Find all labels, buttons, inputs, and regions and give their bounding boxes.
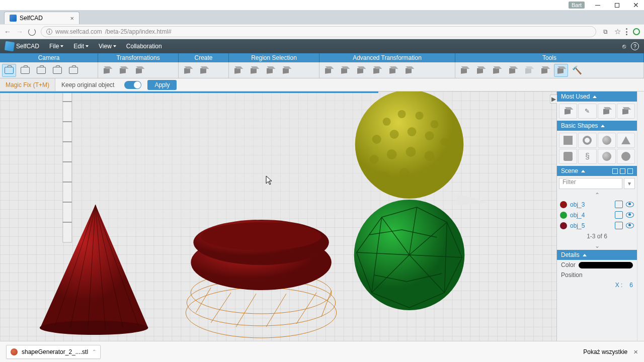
- close-tab-button[interactable]: ×: [70, 15, 74, 22]
- tool-subtract-icon[interactable]: [473, 64, 488, 77]
- array-icon[interactable]: [338, 64, 352, 77]
- menu-file[interactable]: File: [44, 39, 68, 53]
- object-select-icon[interactable]: [615, 201, 623, 208]
- camera-screenshot-icon[interactable]: [66, 64, 80, 77]
- 3d-viewport[interactable]: [0, 92, 556, 341]
- skew-icon[interactable]: [386, 64, 400, 77]
- apply-button[interactable]: Apply: [147, 80, 177, 90]
- shape-capsule-icon[interactable]: [617, 149, 635, 164]
- scene-scroll-down[interactable]: ⌄: [557, 242, 637, 250]
- forward-button[interactable]: →: [16, 28, 23, 36]
- download-chip[interactable]: shapeGenerator_2_....stl ⌃: [6, 345, 101, 359]
- scene-object-row[interactable]: obj_5: [557, 220, 637, 231]
- tool-combine-icon[interactable]: [457, 64, 471, 77]
- mostused-group-icon[interactable]: [617, 104, 635, 119]
- shape-ball-icon[interactable]: [598, 149, 616, 164]
- mostused-cube-icon[interactable]: [559, 104, 577, 119]
- logout-icon[interactable]: ⎋: [617, 39, 631, 53]
- collapse-panel-button[interactable]: ▶: [550, 95, 557, 104]
- panel-header-details[interactable]: Details: [557, 250, 637, 260]
- maximize-button[interactable]: [611, 0, 623, 10]
- scene-view-grid-icon[interactable]: [620, 168, 625, 174]
- object-visibility-icon[interactable]: [626, 202, 634, 207]
- mirror-icon[interactable]: [354, 64, 368, 77]
- region-vertex-icon[interactable]: [263, 64, 277, 77]
- close-window-button[interactable]: ✕: [630, 0, 642, 10]
- user-badge: Bart: [569, 2, 585, 9]
- bookmark-icon[interactable]: ☆: [614, 27, 621, 36]
- panel-header-scene[interactable]: Scene: [557, 166, 637, 176]
- rotate-icon[interactable]: [116, 64, 130, 77]
- camera-capture-icon[interactable]: [50, 64, 64, 77]
- reload-button[interactable]: [28, 28, 36, 36]
- panel-header-basicshapes[interactable]: Basic Shapes: [557, 121, 637, 131]
- shape-cylinder-icon[interactable]: [559, 149, 577, 164]
- scene-view-list-icon[interactable]: [612, 168, 618, 174]
- region-loop-icon[interactable]: [279, 64, 293, 77]
- object-select-icon[interactable]: [615, 211, 623, 219]
- scene-pager: 1-3 of 6: [557, 231, 637, 242]
- translate-icon[interactable]: ⧉: [601, 28, 609, 36]
- svg-marker-2: [0, 92, 70, 293]
- scale-icon[interactable]: [132, 64, 146, 77]
- scene-object-row[interactable]: obj_3: [557, 199, 637, 210]
- object-visibility-icon[interactable]: [626, 212, 634, 218]
- tool-intersect-icon[interactable]: [490, 64, 504, 77]
- help-icon[interactable]: ?: [631, 42, 639, 50]
- flatten-icon[interactable]: [321, 64, 336, 77]
- shape-sphere-icon[interactable]: [598, 133, 616, 148]
- position-x-value[interactable]: 6: [629, 282, 633, 289]
- tool-boolean-icon[interactable]: [506, 64, 520, 77]
- scene-object-row[interactable]: obj_4: [557, 210, 637, 220]
- address-bar[interactable]: i www.selfcad.com/beta-25/app/index.html…: [41, 26, 596, 37]
- minimize-button[interactable]: [592, 0, 604, 10]
- tool-fillet-icon[interactable]: [522, 64, 536, 77]
- close-download-bar[interactable]: ×: [633, 347, 638, 356]
- tool-hammer-icon[interactable]: 🔨: [570, 64, 584, 77]
- move-icon[interactable]: [100, 64, 114, 77]
- shape-cube-icon[interactable]: [559, 133, 577, 148]
- menu-view[interactable]: View: [94, 39, 121, 53]
- menu-collaboration[interactable]: Collaboration: [121, 39, 167, 53]
- browser-menu-button[interactable]: [626, 28, 628, 35]
- camera-front-icon[interactable]: [18, 64, 32, 77]
- scene-scroll-up[interactable]: ⌃: [557, 191, 637, 199]
- region-edge-icon[interactable]: [247, 64, 261, 77]
- side-scrollbar[interactable]: [637, 92, 644, 341]
- scene-view-cards-icon[interactable]: [627, 168, 633, 174]
- detail-color-swatch[interactable]: [579, 262, 633, 268]
- svg-point-28: [355, 92, 464, 199]
- create-extrude-icon[interactable]: [197, 64, 211, 77]
- tool-slice-icon[interactable]: [538, 64, 552, 77]
- panel-header-mostused[interactable]: Most Used: [557, 92, 637, 102]
- scene-filter-button[interactable]: ▾: [624, 178, 635, 189]
- region-face-icon[interactable]: [231, 64, 245, 77]
- create-cube-icon[interactable]: [181, 64, 195, 77]
- shape-spiral-icon[interactable]: §: [578, 149, 596, 164]
- active-tool-name: Magic Fix (T+M): [0, 78, 55, 91]
- scene-filter-input[interactable]: Filter: [559, 178, 622, 189]
- keep-original-toggle[interactable]: [124, 81, 141, 89]
- object-visibility-icon[interactable]: [626, 223, 634, 228]
- ribbon-label-transformations: Transformations: [98, 53, 179, 62]
- ribbon-label-advtransform: Advanced Transformation: [319, 53, 455, 62]
- taper-icon[interactable]: [402, 64, 416, 77]
- show-all-downloads[interactable]: Pokaż wszystkie: [583, 348, 627, 355]
- mostused-brush-icon[interactable]: ✎: [578, 104, 596, 119]
- mostused-transform-icon[interactable]: [598, 104, 616, 119]
- download-menu-icon[interactable]: ⌃: [92, 349, 96, 354]
- detail-color-label: Color: [561, 261, 576, 268]
- reflect-icon[interactable]: [370, 64, 384, 77]
- camera-download-icon[interactable]: [34, 64, 48, 77]
- object-label: obj_3: [570, 201, 612, 208]
- browser-tab[interactable]: SelfCAD ×: [4, 12, 79, 24]
- shape-torus-icon[interactable]: [578, 133, 596, 148]
- extension-icon[interactable]: [633, 28, 640, 35]
- menu-edit[interactable]: Edit: [68, 39, 94, 53]
- back-button[interactable]: ←: [4, 28, 11, 36]
- camera-360-icon[interactable]: [2, 64, 16, 77]
- object-select-icon[interactable]: [615, 222, 623, 229]
- object-color-swatch: [560, 201, 567, 208]
- shape-cone-icon[interactable]: [617, 133, 635, 148]
- tool-magicfix-icon[interactable]: [554, 64, 568, 77]
